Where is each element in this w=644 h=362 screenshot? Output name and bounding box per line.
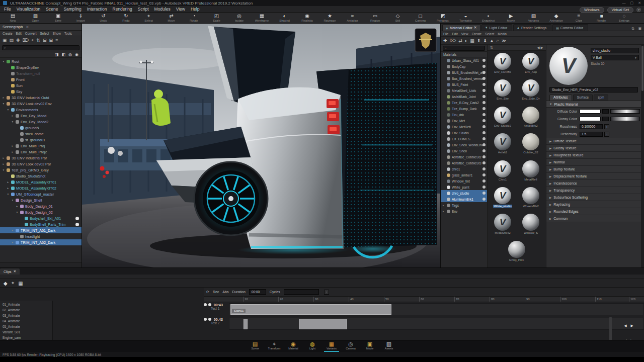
material-menu-item[interactable]: Media: [498, 32, 507, 36]
scenegraph-tree-node[interactable]: ▸ 3D ENV Look dev02 Par: [0, 161, 82, 167]
menu-item[interactable]: Scene: [46, 7, 58, 12]
caret-icon[interactable]: ▸: [7, 180, 10, 184]
toolbar-button[interactable]: ▥ Open: [24, 14, 47, 22]
clip-list-item[interactable]: Engine_cam: [0, 335, 52, 340]
clip-list-item[interactable]: Variant_S01: [0, 329, 52, 335]
caret-icon[interactable]: ▸: [11, 150, 14, 153]
properties-tab[interactable]: Surface: [573, 95, 593, 101]
scenegraph-tree-node[interactable]: ▾ Environments: [0, 107, 82, 113]
material-swatch[interactable]: White_studio: [490, 187, 516, 211]
scenegraph-subtool-icon[interactable]: ◍: [68, 52, 72, 57]
scenegraph-tree-node[interactable]: ShapeGrpEnv: [0, 64, 82, 70]
scenegraph-menu-item[interactable]: Tools: [64, 32, 72, 35]
scenegraph-tree-node[interactable]: Bodyshell_Ext_A01: [0, 215, 82, 221]
material-swatch[interactable]: Env_Asp: [518, 53, 544, 77]
panel-tab[interactable]: ▲ Render Settings: [513, 24, 551, 31]
material-tool-icon[interactable]: ▦: [470, 38, 474, 43]
menu-item[interactable]: Interaction: [87, 7, 107, 12]
material-menu-item[interactable]: Create: [472, 32, 482, 36]
material-swatch[interactable]: Env_HDR80: [490, 53, 516, 77]
scenegraph-tool-icon[interactable]: ▣: [3, 38, 7, 43]
rec-label[interactable]: Rec: [213, 290, 219, 294]
material-menu-item[interactable]: View: [461, 32, 468, 36]
clip-list-item[interactable]: 01_Animate: [0, 302, 52, 307]
material-swatch[interactable]: WheelsBlk2: [518, 187, 544, 211]
material-tool-icon[interactable]: ⌕: [497, 38, 499, 43]
toolbar-button[interactable]: ▦ Wireframe: [251, 14, 273, 22]
grid-nav-arrows[interactable]: ◀ ▶: [537, 46, 543, 50]
toolbar-button[interactable]: ◰ Scale: [205, 14, 228, 22]
track-lane[interactable]: Start01: [229, 303, 644, 315]
toolbar-button[interactable]: ◌ Settings: [613, 14, 635, 22]
scenegraph-scrollbar[interactable]: [0, 262, 82, 267]
caret-icon[interactable]: ▸: [7, 187, 10, 190]
toolbar-button[interactable]: ◔ Rotate: [183, 14, 205, 22]
material-tool-icon[interactable]: ◐: [465, 38, 467, 43]
collapsed-section-row[interactable]: ▶ Bump Texture: [546, 166, 641, 173]
loop-icon[interactable]: ⟳: [206, 290, 209, 294]
material-list-item[interactable]: White_paint: [441, 184, 487, 190]
toolbar-button[interactable]: ◎ Isolate: [228, 14, 251, 22]
track-lane[interactable]: [229, 318, 644, 330]
caret-icon[interactable]: ▾: [2, 102, 5, 105]
material-swatch[interactable]: MetalRefl: [518, 160, 544, 185]
panel-tab[interactable]: ▤ Camera Editor: [552, 24, 588, 31]
scenegraph-menu-item[interactable]: Show: [53, 32, 61, 35]
material-list-item[interactable]: BodyCap: [441, 63, 487, 69]
reflectivity-spinner[interactable]: ↕: [604, 132, 609, 137]
material-list-item[interactable]: Env_Met: [441, 118, 487, 124]
caret-icon[interactable]: ▸: [11, 114, 14, 117]
minimize-button[interactable]: —: [622, 1, 626, 5]
material-name-field[interactable]: chro_studio: [591, 48, 639, 53]
toolbar-button[interactable]: ▶ Movie: [500, 14, 522, 22]
scenegraph-menu-item[interactable]: Create: [3, 32, 13, 35]
dock-button[interactable]: ◎ Camera: [343, 340, 358, 352]
toolbar-button[interactable]: ≈ Antialias: [341, 14, 364, 22]
dock-button[interactable]: ◉ Material: [286, 340, 301, 352]
track-solo-toggle[interactable]: [208, 303, 211, 306]
material-swatch[interactable]: Chro1: [490, 160, 516, 185]
collapsed-section-row[interactable]: ▶ Subsurface Scattering: [546, 194, 641, 201]
cycles-spinner[interactable]: ↕: [324, 290, 329, 295]
clip-list-item[interactable]: 04_Animate: [0, 318, 52, 324]
toolbar-button[interactable]: ▧ Variants: [522, 14, 545, 22]
clips-tab[interactable]: Clips ✕: [0, 268, 20, 275]
track-mute-toggle[interactable]: [204, 303, 207, 306]
dock-button[interactable]: ▣ Movie: [362, 340, 377, 352]
environment-dropdown[interactable]: Studio_Env_HDR_Preview_v02: [549, 87, 638, 93]
animation-clip[interactable]: Start01: [230, 304, 391, 315]
material-menu-item[interactable]: File: [443, 32, 448, 36]
scenegraph-tree-node[interactable]: ▾ Body_Design_02: [0, 209, 82, 215]
scenegraph-tree-node[interactable]: ▸ MODEL_AssemblyKIT02: [0, 185, 82, 191]
scenegraph-tool-icon[interactable]: ⊟: [43, 38, 47, 43]
material-swatch[interactable]: Env_Studio3: [490, 107, 516, 131]
dock-button[interactable]: ◍ Light: [305, 340, 320, 352]
collapsed-section-row[interactable]: ▶ Rounded Edges: [546, 208, 641, 215]
material-list-item[interactable]: ▸ Env: [441, 208, 487, 214]
collapsed-section-row[interactable]: ▶ Transparency: [546, 187, 641, 194]
timeline-vertical-scrollbar[interactable]: [609, 317, 612, 340]
close-icon[interactable]: ✕: [474, 26, 477, 30]
scenegraph-menu-item[interactable]: Edit: [16, 32, 22, 35]
scenegraph-menu-item[interactable]: Select: [40, 32, 49, 35]
material-list-item[interactable]: AluminumBrk1: [441, 196, 487, 202]
glossy-color-swatch[interactable]: [580, 117, 601, 121]
toolbar-button[interactable]: ■ Render: [590, 14, 613, 22]
timeline-tool-icon[interactable]: ⌖: [12, 280, 15, 286]
caret-icon[interactable]: ▸: [2, 96, 5, 99]
caret-icon[interactable]: ▾: [2, 168, 5, 171]
scenegraph-tree-node[interactable]: ▸ Env_Multi_Proj: [0, 143, 82, 149]
toolbar-button[interactable]: ⇓ Import: [69, 14, 92, 22]
scenegraph-search-input[interactable]: ⌕: [2, 45, 79, 50]
collapsed-section-row[interactable]: ▶ Raytracing: [546, 201, 641, 208]
material-swatch[interactable]: Asfalt2: [490, 133, 516, 157]
toolbar-button[interactable]: ◻ Camera: [409, 14, 432, 22]
scenegraph-tree-node[interactable]: ▾ TRIM_INT_A02_Dark: [0, 239, 82, 245]
scenegraph-tree-node[interactable]: headlight: [0, 233, 82, 239]
material-list-item[interactable]: Tire_Bump_Dark: [441, 106, 487, 112]
material-list-item[interactable]: Bus_Brushed_verma: [441, 75, 487, 81]
menu-item[interactable]: Modules: [154, 7, 171, 12]
toolbar-button[interactable]: ↺ Undo: [92, 14, 115, 22]
panel-tab[interactable]: ◈ Material Editor ✕: [442, 24, 480, 31]
viewport-render-3d[interactable]: [82, 24, 440, 267]
